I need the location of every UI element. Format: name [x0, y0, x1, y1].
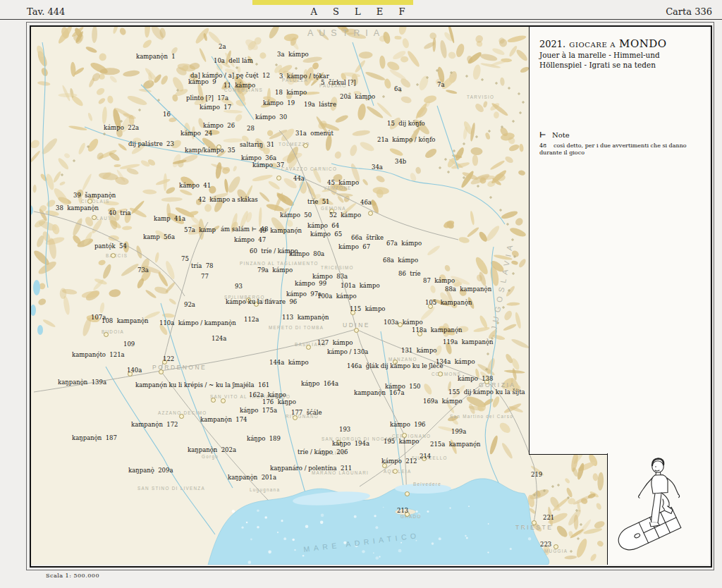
note-entry-text: così detto, per i due avvertimenti che s…	[539, 142, 687, 156]
map-label: 92a	[184, 302, 195, 308]
map-label: 34a	[372, 164, 383, 171]
map-label: kámpo 17	[200, 104, 231, 111]
locality-dot	[211, 398, 216, 403]
locality-dot	[405, 491, 410, 496]
map-label: kámpo / 130a	[327, 349, 368, 355]
locality-dot	[354, 328, 359, 333]
locality-dot	[393, 469, 398, 474]
map-label: 223	[540, 541, 551, 548]
map-label: kámpo 64	[307, 223, 339, 229]
hopscotch-drawing	[608, 454, 709, 563]
map-label: 79a kámpo	[257, 267, 293, 274]
place-name: VENZONE	[324, 186, 352, 190]
map-label: 199a	[451, 429, 466, 435]
map-label: 118a kampanǫ́n	[412, 327, 463, 333]
map-label: tríe 51	[307, 199, 329, 205]
map-label: kámpo 138	[458, 376, 493, 382]
locality-dot	[293, 415, 298, 420]
map-label: kámpo 99	[295, 281, 326, 287]
map-label: 3a kámpo	[277, 51, 309, 58]
map-label: 7a	[437, 82, 444, 88]
map-label: káŋpo 189	[247, 436, 281, 442]
atlas-page: Tav. 444 A S L E F Carta 336 AUSTRIA JUG…	[0, 0, 722, 588]
map-label: 10a dell lám	[214, 58, 253, 64]
map-label: 100a kámpo	[317, 293, 357, 300]
map-label: kámpo 67	[338, 244, 370, 250]
map-label: 215a kampanǫ́n	[430, 441, 481, 448]
map-label: pantǫ́k 54	[94, 243, 127, 250]
map-label: saltarìŋ 31	[240, 142, 274, 148]
map-label: kamp/kámpo 35	[185, 147, 235, 154]
map-label: kaŋpanáro / polentína 211	[270, 465, 352, 472]
place-name: PINZANO AL TAGLIAMENTO	[240, 262, 319, 266]
map-label: kaŋpanǫ̀n 187	[72, 435, 117, 441]
map-label: kámpo 30	[255, 114, 287, 121]
map-label: káŋpo 194a	[332, 441, 369, 447]
map-label: 75	[181, 256, 189, 262]
map-label: 169a kámpo	[423, 398, 463, 405]
map-label: 140a	[127, 367, 142, 374]
map-label: kámpo 37	[252, 162, 284, 169]
map-label: kámpo 196	[390, 422, 425, 428]
locality-dot	[368, 211, 373, 216]
map-label: 5 čírkul [?]	[321, 80, 356, 86]
map-label: 146a ǧlák dij kámpo ku le ʃléče	[347, 363, 443, 369]
map-label: 16	[163, 111, 171, 118]
place-name: MUGGIA	[544, 549, 568, 553]
place-name: TRIESTE	[515, 525, 553, 531]
locality-dot	[111, 253, 116, 258]
map-label: 87 kámpo	[423, 278, 455, 284]
map-label: 108 kampanǫ̀n	[102, 318, 148, 324]
map-label: 19a lástre	[304, 102, 336, 108]
map-label: 38 kampanǫ̀n	[56, 205, 99, 212]
locality-dot	[402, 433, 407, 438]
locality-dot	[87, 199, 92, 204]
map-label: kampanǫ́to 121a	[72, 352, 125, 358]
map-label: 119a kampanǫ̀n	[443, 339, 494, 345]
map-label: kámpo 80a	[289, 251, 324, 257]
map-label: 40 tría	[109, 210, 131, 216]
map-label: kamp 56a	[143, 234, 175, 240]
place-name: SAN STINO DI LIVENZA	[137, 486, 205, 491]
map-label: kámpo 22a	[104, 125, 139, 131]
map-label: 34b	[395, 159, 406, 165]
map-label: 127 kámpo	[317, 340, 353, 346]
note-label: Note	[552, 131, 570, 139]
map-label: kampanǫ̀n 1	[136, 54, 176, 60]
legend-title-small: GIOCARE A	[569, 41, 616, 49]
locality-dot	[92, 215, 97, 220]
locality-dot	[306, 345, 311, 350]
legend-subtitle: Jouer à la marelle - Himmel-und Höllensp…	[539, 51, 704, 70]
map-label: 193	[339, 427, 350, 433]
map-label: plìnto [?] 17a	[186, 95, 228, 102]
map-label: 15 dij kóŋfo	[387, 121, 425, 127]
map-label: 21a kámpo / kóŋfo	[377, 137, 435, 143]
map-label: 93	[235, 283, 243, 290]
map-label: 113 kampanǫ̀n	[282, 314, 329, 321]
map-label: kamp 41a	[154, 216, 185, 222]
map-label: tría 78	[191, 263, 214, 269]
map-label: 77	[201, 274, 209, 280]
map-label: 112a	[244, 317, 259, 323]
map-label: 39 šampanǫ̀n	[73, 192, 116, 199]
map-label: 52 kámpo	[329, 212, 361, 219]
map-label: kampanǫ́n ku li krépis / ~ ku la ʃmajéla…	[135, 382, 269, 388]
note-symbol-icon: ⊢	[539, 130, 552, 140]
map-label: 11 kámpo	[224, 82, 255, 89]
map-label: 176 káŋpo	[262, 399, 296, 405]
map-label: 88a kampanǫ̀n	[445, 286, 491, 293]
locality-dot	[438, 372, 443, 376]
map-label: kámpo 83a	[312, 274, 348, 280]
map-label: 124a	[212, 336, 226, 342]
map-label: 110a kámpo / kampanǫ̀n	[159, 320, 236, 326]
locality-dot	[221, 398, 226, 403]
region-label-austria: AUSTRIA	[307, 28, 385, 38]
map-label: 66a štríke	[351, 235, 384, 241]
locality-dot	[179, 414, 184, 419]
map-label: káŋpo 175a	[240, 408, 277, 414]
map-label: 144a kámpo	[269, 360, 309, 366]
place-name: CIMOLAIS	[81, 200, 110, 204]
map-label: kampanǫ̀n 172	[131, 422, 178, 428]
map-label: kaŋpanǫ̀n 139a	[58, 379, 106, 386]
note-entry: 48così detto, per i due avvertimenti che…	[539, 142, 700, 157]
